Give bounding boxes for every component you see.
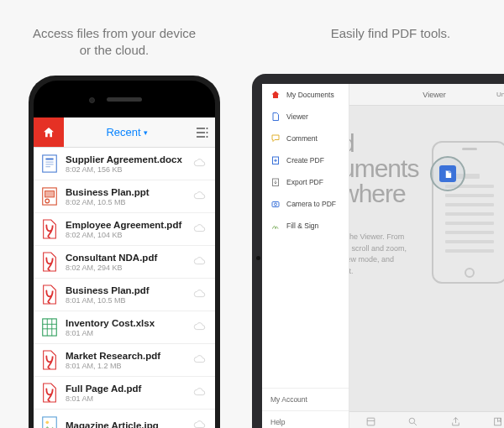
cloud-icon [193,189,207,204]
sidebar-footer-item[interactable]: Help [262,410,349,428]
file-meta: 8:01 AM [66,394,186,403]
file-row[interactable]: Consultant NDA.pdf8:02 AM, 294 KB [34,246,215,279]
file-type-icon [40,316,59,338]
hero-description: n the Viewer. From en scroll and zoom, v… [349,232,407,277]
file-name: Consultant NDA.pdf [66,253,186,263]
phone-speaker [107,97,142,102]
cloud-icon [193,352,207,368]
sidebar-item[interactable]: Viewer [262,106,349,128]
caption-left: Access files from your device or the clo… [30,25,198,58]
svg-point-4 [207,132,208,133]
sidebar-item[interactable]: Fill & Sign [262,215,349,237]
phone-camera [89,97,95,103]
sidebar-item[interactable]: Comment [262,128,349,149]
tool-search-icon[interactable] [407,415,418,429]
sidebar-label: Camera to PDF [286,200,336,208]
file-row[interactable]: Employee Agreement.pdf8:02 AM, 104 KB [34,213,215,246]
home-button[interactable] [34,117,64,147]
content-header: Viewer Undo [349,84,504,106]
sidebar-item[interactable]: Export PDF [262,171,349,193]
cloud-icon [193,418,207,428]
sidebar-item[interactable]: My Documents [262,84,349,106]
list-view-button[interactable] [190,117,215,147]
tool-bookmark-icon[interactable] [492,415,503,429]
caption-right: Easily find PDF tools. [319,25,462,42]
file-name: Magazine Article.jpg [66,420,186,429]
svg-line-13 [414,423,417,425]
sidebar-item[interactable]: Create PDF [262,149,349,171]
file-meta: 8:01 AM [66,329,186,337]
file-name: Business Plan.pdf [66,285,186,295]
document-badge-icon [439,165,456,182]
export-icon [270,177,281,187]
file-name: Market Research.pdf [66,351,186,361]
svg-rect-10 [367,418,375,425]
file-name: Business Plan.ppt [66,187,186,197]
sidebar-label: Comment [286,134,318,143]
cloud-icon [193,320,207,335]
svg-point-9 [275,203,277,206]
file-type-icon [40,415,59,428]
sidebar-label: Export PDF [286,178,323,186]
file-type-icon [40,218,59,240]
file-row[interactable]: Supplier Agreement.docx8:02 AM, 156 KB [34,148,215,180]
recent-label: Recent [106,126,140,138]
chevron-down-icon: ▾ [144,128,148,137]
cloud-icon [193,385,207,400]
sidebar-item[interactable]: Camera to PDF [262,193,349,215]
create-icon [270,155,281,165]
sidebar-label: Viewer [286,112,308,121]
content-toolbar [349,411,504,428]
file-row[interactable]: Magazine Article.jpg [34,410,215,428]
phone-header: Recent ▾ [34,117,215,148]
file-list: Supplier Agreement.docx8:02 AM, 156 KBBu… [34,148,215,428]
svg-point-12 [409,418,415,424]
file-meta: 8:01 AM, 1.2 MB [66,362,186,370]
file-type-icon [40,251,59,273]
svg-point-3 [207,128,208,129]
file-row[interactable]: Inventory Cost.xlsx8:01 AM [34,311,215,344]
file-row[interactable]: Business Plan.pdf8:01 AM, 10.5 MB [34,279,215,311]
undo-button[interactable]: Undo [496,91,504,98]
file-type-icon [40,349,59,371]
file-type-icon [40,382,59,404]
file-meta: 8:02 AM, 10.5 MB [66,198,186,206]
file-type-icon [40,153,59,175]
file-row[interactable]: Business Plan.ppt8:02 AM, 10.5 MB [34,180,215,213]
svg-point-5 [207,136,208,138]
list-icon [197,128,208,138]
phone-device: Recent ▾ Supplier Agreement.docx8:02 AM,… [29,76,220,428]
tool-view-icon[interactable] [365,415,376,429]
content-title: Viewer [423,91,445,99]
home-icon [270,90,281,100]
file-row[interactable]: Market Research.pdf8:01 AM, 1.2 MB [34,344,215,377]
camera-icon [270,199,281,209]
svg-rect-8 [272,202,279,207]
content-area: Viewer Undo d uments where n the Viewer.… [349,84,504,428]
touch-indicator [430,156,465,191]
sign-icon [270,221,281,231]
sidebar-label: Create PDF [286,156,324,164]
sidebar-label: Fill & Sign [286,222,318,230]
file-type-icon [40,185,59,207]
tablet-camera [256,256,260,260]
file-meta: 8:02 AM, 156 KB [66,165,186,174]
hero-text: d uments where [349,131,418,206]
file-name: Inventory Cost.xlsx [66,318,186,328]
comment-icon [270,133,281,144]
file-meta: 8:02 AM, 104 KB [66,231,186,239]
file-row[interactable]: Full Page Ad.pdf8:01 AM [34,377,215,410]
sidebar: My DocumentsViewerCommentCreate PDFExpor… [262,84,349,428]
file-name: Employee Agreement.pdf [66,220,186,230]
file-name: Full Page Ad.pdf [66,384,186,394]
sidebar-footer-item[interactable]: My Account [262,388,349,410]
recent-dropdown[interactable]: Recent ▾ [64,117,190,147]
cloud-icon [193,222,207,237]
file-name: Supplier Agreement.docx [66,154,186,164]
cloud-icon [193,156,207,171]
doc-icon [270,112,281,122]
sidebar-label: My Documents [286,91,334,99]
file-meta: 8:02 AM, 294 KB [66,264,186,272]
tool-share-icon[interactable] [450,415,461,429]
tablet-device: My DocumentsViewerCommentCreate PDFExpor… [252,74,504,428]
